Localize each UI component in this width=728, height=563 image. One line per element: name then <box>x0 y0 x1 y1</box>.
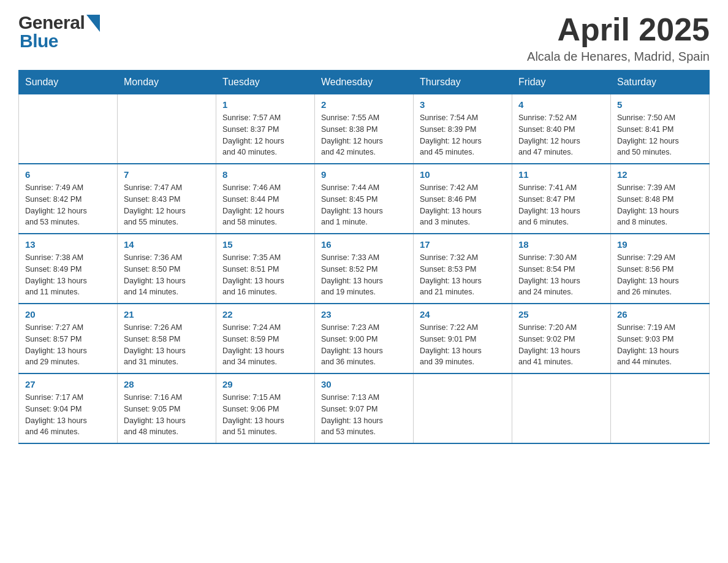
svg-marker-0 <box>86 15 100 32</box>
calendar-cell: 20Sunrise: 7:27 AM Sunset: 8:57 PM Dayli… <box>19 304 118 373</box>
day-info: Sunrise: 7:36 AM Sunset: 8:50 PM Dayligh… <box>124 252 210 298</box>
day-number: 5 <box>617 99 703 110</box>
calendar-cell <box>414 373 512 443</box>
day-number: 1 <box>222 99 308 110</box>
day-number: 10 <box>420 169 506 180</box>
day-info: Sunrise: 7:44 AM Sunset: 8:45 PM Dayligh… <box>321 182 407 228</box>
day-info: Sunrise: 7:33 AM Sunset: 8:52 PM Dayligh… <box>321 252 407 298</box>
calendar-cell: 9Sunrise: 7:44 AM Sunset: 8:45 PM Daylig… <box>315 164 414 234</box>
calendar-header-row: Sunday Monday Tuesday Wednesday Thursday… <box>19 71 710 94</box>
calendar-cell: 19Sunrise: 7:29 AM Sunset: 8:56 PM Dayli… <box>611 234 710 304</box>
day-info: Sunrise: 7:20 AM Sunset: 9:02 PM Dayligh… <box>518 322 604 368</box>
calendar-cell <box>118 94 216 164</box>
day-info: Sunrise: 7:17 AM Sunset: 9:04 PM Dayligh… <box>25 392 111 438</box>
day-info: Sunrise: 7:26 AM Sunset: 8:58 PM Dayligh… <box>124 322 210 368</box>
calendar-cell: 25Sunrise: 7:20 AM Sunset: 9:02 PM Dayli… <box>512 304 611 373</box>
day-info: Sunrise: 7:52 AM Sunset: 8:40 PM Dayligh… <box>518 112 604 158</box>
calendar-table: Sunday Monday Tuesday Wednesday Thursday… <box>18 70 710 444</box>
calendar-cell: 30Sunrise: 7:13 AM Sunset: 9:07 PM Dayli… <box>315 373 414 443</box>
calendar-week-row-4: 20Sunrise: 7:27 AM Sunset: 8:57 PM Dayli… <box>19 304 710 373</box>
day-info: Sunrise: 7:49 AM Sunset: 8:42 PM Dayligh… <box>25 182 111 228</box>
logo: General Blue <box>18 12 100 52</box>
header-wednesday: Wednesday <box>315 71 414 94</box>
day-info: Sunrise: 7:23 AM Sunset: 9:00 PM Dayligh… <box>321 322 407 368</box>
day-number: 16 <box>321 239 407 250</box>
day-number: 23 <box>321 309 407 320</box>
day-info: Sunrise: 7:13 AM Sunset: 9:07 PM Dayligh… <box>321 392 407 438</box>
day-info: Sunrise: 7:29 AM Sunset: 8:56 PM Dayligh… <box>617 252 703 298</box>
day-number: 24 <box>420 309 506 320</box>
day-number: 6 <box>25 169 111 180</box>
header-tuesday: Tuesday <box>216 71 315 94</box>
calendar-cell: 22Sunrise: 7:24 AM Sunset: 8:59 PM Dayli… <box>216 304 315 373</box>
calendar-cell: 2Sunrise: 7:55 AM Sunset: 8:38 PM Daylig… <box>315 94 414 164</box>
day-info: Sunrise: 7:35 AM Sunset: 8:51 PM Dayligh… <box>222 252 308 298</box>
calendar-week-row-5: 27Sunrise: 7:17 AM Sunset: 9:04 PM Dayli… <box>19 373 710 443</box>
calendar-cell: 14Sunrise: 7:36 AM Sunset: 8:50 PM Dayli… <box>118 234 216 304</box>
calendar-cell <box>611 373 710 443</box>
calendar-cell: 16Sunrise: 7:33 AM Sunset: 8:52 PM Dayli… <box>315 234 414 304</box>
day-number: 4 <box>518 99 604 110</box>
header-friday: Friday <box>512 71 611 94</box>
day-number: 17 <box>420 239 506 250</box>
day-number: 15 <box>222 239 308 250</box>
calendar-cell: 23Sunrise: 7:23 AM Sunset: 9:00 PM Dayli… <box>315 304 414 373</box>
calendar-cell: 28Sunrise: 7:16 AM Sunset: 9:05 PM Dayli… <box>118 373 216 443</box>
day-info: Sunrise: 7:30 AM Sunset: 8:54 PM Dayligh… <box>518 252 604 298</box>
calendar-cell: 17Sunrise: 7:32 AM Sunset: 8:53 PM Dayli… <box>414 234 512 304</box>
calendar-cell: 11Sunrise: 7:41 AM Sunset: 8:47 PM Dayli… <box>512 164 611 234</box>
calendar-cell: 29Sunrise: 7:15 AM Sunset: 9:06 PM Dayli… <box>216 373 315 443</box>
day-number: 3 <box>420 99 506 110</box>
location-text: Alcala de Henares, Madrid, Spain <box>527 50 710 64</box>
calendar-cell: 6Sunrise: 7:49 AM Sunset: 8:42 PM Daylig… <box>19 164 118 234</box>
calendar-cell: 15Sunrise: 7:35 AM Sunset: 8:51 PM Dayli… <box>216 234 315 304</box>
calendar-cell: 21Sunrise: 7:26 AM Sunset: 8:58 PM Dayli… <box>118 304 216 373</box>
logo-arrow-icon <box>86 15 100 32</box>
day-number: 11 <box>518 169 604 180</box>
day-info: Sunrise: 7:38 AM Sunset: 8:49 PM Dayligh… <box>25 252 111 298</box>
calendar-cell: 7Sunrise: 7:47 AM Sunset: 8:43 PM Daylig… <box>118 164 216 234</box>
day-info: Sunrise: 7:54 AM Sunset: 8:39 PM Dayligh… <box>420 112 506 158</box>
day-info: Sunrise: 7:41 AM Sunset: 8:47 PM Dayligh… <box>518 182 604 228</box>
calendar-cell: 27Sunrise: 7:17 AM Sunset: 9:04 PM Dayli… <box>19 373 118 443</box>
day-number: 19 <box>617 239 703 250</box>
calendar-cell <box>512 373 611 443</box>
logo-blue-text: Blue <box>20 31 58 51</box>
day-number: 14 <box>124 239 210 250</box>
calendar-week-row-1: 1Sunrise: 7:57 AM Sunset: 8:37 PM Daylig… <box>19 94 710 164</box>
day-info: Sunrise: 7:39 AM Sunset: 8:48 PM Dayligh… <box>617 182 703 228</box>
day-number: 29 <box>222 379 308 389</box>
page-header: General Blue April 2025 Alcala de Henare… <box>18 12 710 64</box>
calendar-cell: 8Sunrise: 7:46 AM Sunset: 8:44 PM Daylig… <box>216 164 315 234</box>
header-sunday: Sunday <box>19 71 118 94</box>
calendar-cell: 26Sunrise: 7:19 AM Sunset: 9:03 PM Dayli… <box>611 304 710 373</box>
calendar-cell <box>19 94 118 164</box>
calendar-cell: 4Sunrise: 7:52 AM Sunset: 8:40 PM Daylig… <box>512 94 611 164</box>
calendar-week-row-3: 13Sunrise: 7:38 AM Sunset: 8:49 PM Dayli… <box>19 234 710 304</box>
calendar-cell: 3Sunrise: 7:54 AM Sunset: 8:39 PM Daylig… <box>414 94 512 164</box>
day-info: Sunrise: 7:27 AM Sunset: 8:57 PM Dayligh… <box>25 322 111 368</box>
header-saturday: Saturday <box>611 71 710 94</box>
day-number: 8 <box>222 169 308 180</box>
calendar-cell: 1Sunrise: 7:57 AM Sunset: 8:37 PM Daylig… <box>216 94 315 164</box>
day-number: 30 <box>321 379 407 389</box>
day-info: Sunrise: 7:22 AM Sunset: 9:01 PM Dayligh… <box>420 322 506 368</box>
day-number: 9 <box>321 169 407 180</box>
day-info: Sunrise: 7:57 AM Sunset: 8:37 PM Dayligh… <box>222 112 308 158</box>
logo-general-text: General <box>18 12 85 33</box>
day-number: 7 <box>124 169 210 180</box>
calendar-cell: 12Sunrise: 7:39 AM Sunset: 8:48 PM Dayli… <box>611 164 710 234</box>
day-number: 26 <box>617 309 703 320</box>
day-number: 21 <box>124 309 210 320</box>
day-info: Sunrise: 7:55 AM Sunset: 8:38 PM Dayligh… <box>321 112 407 158</box>
day-info: Sunrise: 7:15 AM Sunset: 9:06 PM Dayligh… <box>222 392 308 438</box>
day-number: 25 <box>518 309 604 320</box>
day-info: Sunrise: 7:46 AM Sunset: 8:44 PM Dayligh… <box>222 182 308 228</box>
day-info: Sunrise: 7:32 AM Sunset: 8:53 PM Dayligh… <box>420 252 506 298</box>
calendar-cell: 24Sunrise: 7:22 AM Sunset: 9:01 PM Dayli… <box>414 304 512 373</box>
day-number: 28 <box>124 379 210 389</box>
day-info: Sunrise: 7:47 AM Sunset: 8:43 PM Dayligh… <box>124 182 210 228</box>
calendar-cell: 5Sunrise: 7:50 AM Sunset: 8:41 PM Daylig… <box>611 94 710 164</box>
calendar-cell: 18Sunrise: 7:30 AM Sunset: 8:54 PM Dayli… <box>512 234 611 304</box>
title-section: April 2025 Alcala de Henares, Madrid, Sp… <box>527 12 710 64</box>
